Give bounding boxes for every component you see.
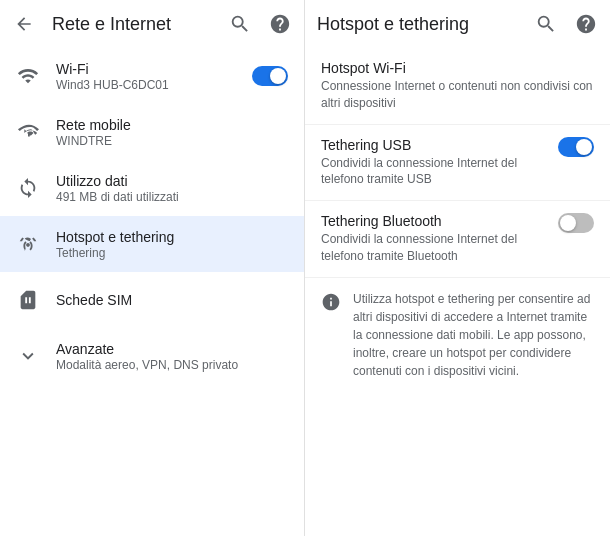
search-button-right[interactable] [534, 12, 558, 36]
hotspot-wifi-desc: Connessione Internet o contenuti non con… [321, 78, 594, 112]
left-header-icons [228, 12, 292, 36]
sim-icon [16, 288, 40, 312]
help-button-left[interactable] [268, 12, 292, 36]
info-box: Utilizza hotspot e tethering per consent… [305, 278, 610, 392]
menu-item-wifi[interactable]: Wi-Fi Wind3 HUB-C6DC01 [0, 48, 304, 104]
signal-icon [16, 120, 40, 144]
tethering-bt-desc: Condividi la connessione Internet del te… [321, 231, 550, 265]
tethering-usb-toggle[interactable] [558, 137, 594, 157]
info-text-content: Utilizza hotspot e tethering per consent… [353, 290, 594, 380]
left-panel-title: Rete e Internet [52, 14, 212, 35]
mobile-title: Rete mobile [56, 117, 131, 133]
hotspot-text: Hotspot e tethering Tethering [56, 229, 174, 260]
help-button-right[interactable] [574, 12, 598, 36]
wifi-title: Wi-Fi [56, 61, 169, 77]
tethering-usb-toggle-thumb [576, 139, 592, 155]
tethering-usb-title: Tethering USB [321, 137, 550, 153]
sync-icon [16, 176, 40, 200]
advanced-title: Avanzate [56, 341, 238, 357]
advanced-text: Avanzate Modalità aereo, VPN, DNS privat… [56, 341, 238, 372]
data-subtitle: 491 MB di dati utilizzati [56, 190, 179, 204]
wifi-text: Wi-Fi Wind3 HUB-C6DC01 [56, 61, 169, 92]
mobile-text: Rete mobile WINDTRE [56, 117, 131, 148]
wifi-subtitle: Wind3 HUB-C6DC01 [56, 78, 169, 92]
tethering-usb-text: Tethering USB Condividi la connessione I… [321, 137, 550, 189]
tethering-bt-toggle[interactable] [558, 213, 594, 233]
setting-hotspot-wifi[interactable]: Hotspot Wi-Fi Connessione Internet o con… [305, 48, 610, 125]
tethering-bt-title: Tethering Bluetooth [321, 213, 550, 229]
setting-tethering-bt[interactable]: Tethering Bluetooth Condividi la conness… [305, 201, 610, 278]
back-button[interactable] [12, 12, 36, 36]
sim-text: Schede SIM [56, 292, 132, 308]
data-title: Utilizzo dati [56, 173, 179, 189]
tethering-bt-text: Tethering Bluetooth Condividi la conness… [321, 213, 550, 265]
right-header-icons [534, 12, 598, 36]
menu-item-advanced[interactable]: Avanzate Modalità aereo, VPN, DNS privat… [0, 328, 304, 384]
menu-item-hotspot[interactable]: Hotspot e tethering Tethering [0, 216, 304, 272]
hotspot-title: Hotspot e tethering [56, 229, 174, 245]
hotspot-wifi-title: Hotspot Wi-Fi [321, 60, 594, 76]
info-icon [321, 292, 341, 317]
hotspot-subtitle: Tethering [56, 246, 174, 260]
menu-item-mobile[interactable]: Rete mobile WINDTRE [0, 104, 304, 160]
tethering-bt-toggle-thumb [560, 215, 576, 231]
menu-item-sim[interactable]: Schede SIM [0, 272, 304, 328]
mobile-subtitle: WINDTRE [56, 134, 131, 148]
hotspot-icon [16, 232, 40, 256]
left-header: Rete e Internet [0, 0, 304, 48]
right-panel: Hotspot e tethering Hotspot Wi-Fi Connes… [305, 0, 610, 536]
right-panel-title: Hotspot e tethering [317, 14, 518, 35]
expand-icon [16, 344, 40, 368]
advanced-subtitle: Modalità aereo, VPN, DNS privato [56, 358, 238, 372]
tethering-usb-desc: Condividi la connessione Internet del te… [321, 155, 550, 189]
search-button-left[interactable] [228, 12, 252, 36]
wifi-toggle-container [252, 66, 288, 86]
wifi-icon [16, 64, 40, 88]
wifi-toggle-thumb [270, 68, 286, 84]
right-header: Hotspot e tethering [305, 0, 610, 48]
left-panel: Rete e Internet Wi-Fi Wind3 HUB-C6DC01 [0, 0, 305, 536]
hotspot-wifi-text: Hotspot Wi-Fi Connessione Internet o con… [321, 60, 594, 112]
setting-tethering-usb[interactable]: Tethering USB Condividi la connessione I… [305, 125, 610, 202]
sim-title: Schede SIM [56, 292, 132, 308]
menu-item-data[interactable]: Utilizzo dati 491 MB di dati utilizzati [0, 160, 304, 216]
wifi-toggle[interactable] [252, 66, 288, 86]
data-text: Utilizzo dati 491 MB di dati utilizzati [56, 173, 179, 204]
